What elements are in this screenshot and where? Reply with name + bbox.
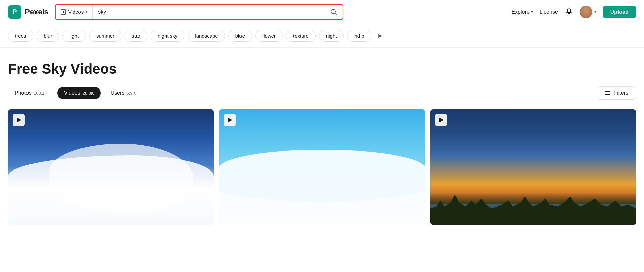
video-thumbnail-2: [219, 109, 425, 225]
svg-line-3: [335, 13, 337, 15]
license-button[interactable]: License: [540, 9, 558, 15]
tag-blue[interactable]: blue: [228, 30, 252, 42]
search-type-label: Videos: [68, 9, 84, 15]
tag-light[interactable]: light: [62, 30, 86, 42]
search-type-button[interactable]: Videos ▾: [56, 5, 93, 19]
filter-bar: Photos 160.1K Videos 28.3K Users 5.9K Fi…: [8, 86, 636, 100]
tags-row: trees blur light summer star night sky l…: [0, 24, 644, 48]
tab-photos[interactable]: Photos 160.1K: [8, 87, 54, 99]
explore-chevron: ▾: [531, 10, 533, 14]
tab-videos[interactable]: Videos 28.3K: [57, 87, 101, 99]
brand-name: Pexels: [25, 8, 48, 16]
main-content: Free Sky Videos Photos 160.1K Videos 28.…: [0, 48, 644, 225]
logo-icon: P: [8, 5, 21, 19]
header: P Pexels Videos ▾ Explore ▾: [0, 0, 644, 24]
tag-night-sky[interactable]: night sky: [151, 30, 184, 42]
tab-users[interactable]: Users 5.9K: [104, 87, 143, 99]
tag-hdb[interactable]: hd b: [347, 30, 371, 42]
page-title: Free Sky Videos: [8, 61, 636, 77]
filters-label: Filters: [613, 90, 628, 96]
play-icon-1: [17, 118, 21, 122]
video-icon: [60, 9, 66, 15]
video-thumbnail-1: [8, 109, 214, 225]
tag-flower[interactable]: flower: [255, 30, 283, 42]
play-icon-2: [228, 118, 232, 122]
tag-trees[interactable]: trees: [8, 30, 33, 42]
explore-button[interactable]: Explore ▾: [511, 9, 533, 15]
tag-night[interactable]: night: [319, 30, 344, 42]
video-grid: [8, 109, 636, 225]
video-card-2[interactable]: [219, 109, 425, 225]
play-button-2[interactable]: [224, 114, 236, 126]
filter-icon: [605, 90, 611, 96]
tag-summer[interactable]: summer: [89, 30, 121, 42]
tags-more-icon[interactable]: ►: [375, 29, 386, 42]
tag-landscape[interactable]: landscape: [188, 30, 225, 42]
play-icon-3: [439, 118, 444, 122]
avatar-area[interactable]: ▾: [580, 6, 596, 18]
filters-button[interactable]: Filters: [597, 86, 636, 100]
play-button-3[interactable]: [435, 114, 447, 126]
search-input[interactable]: [93, 5, 324, 19]
search-submit-button[interactable]: [325, 5, 343, 19]
search-bar: Videos ▾: [55, 4, 343, 20]
upload-button[interactable]: Upload: [603, 6, 636, 18]
logo-link[interactable]: P Pexels: [8, 5, 48, 19]
video-thumbnail-3: [430, 109, 636, 225]
notification-button[interactable]: [565, 7, 573, 17]
play-button-1[interactable]: [13, 114, 25, 126]
avatar-chevron: ▾: [594, 10, 596, 14]
tag-texture[interactable]: texture: [286, 30, 316, 42]
filter-tabs: Photos 160.1K Videos 28.3K Users 5.9K: [8, 87, 142, 99]
tag-blur[interactable]: blur: [37, 30, 59, 42]
search-icon: [330, 8, 337, 16]
svg-marker-1: [63, 11, 65, 13]
tag-star[interactable]: star: [125, 30, 147, 42]
video-card-3[interactable]: [430, 109, 636, 225]
avatar: [580, 6, 592, 18]
header-right: Explore ▾ License ▾ Upload: [511, 6, 636, 18]
search-type-chevron: ▾: [86, 10, 88, 14]
video-card-1[interactable]: [8, 109, 214, 225]
